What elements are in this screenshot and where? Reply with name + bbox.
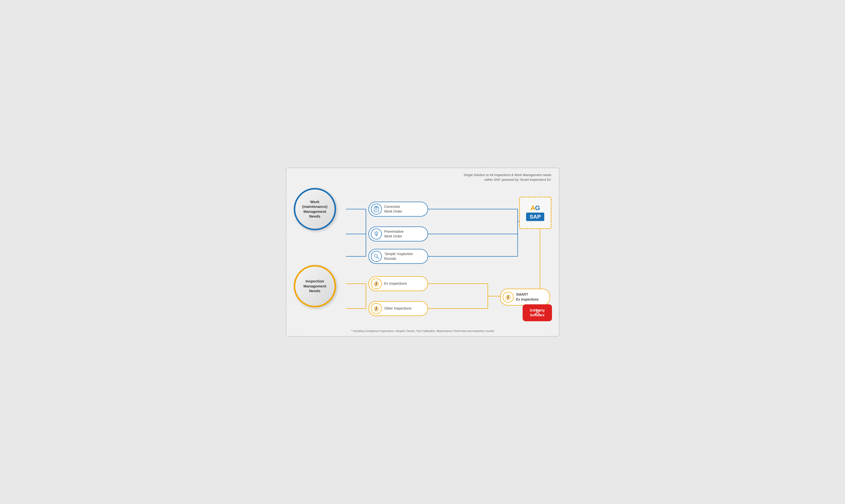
inspection-management-circle: Inspection Management Needs <box>294 265 336 307</box>
smart-ex-pill: SMART Ex Inspections <box>500 289 550 306</box>
preventative-work-order-pill: Preventative Work Order <box>368 227 428 241</box>
magnify-icon <box>371 251 382 262</box>
target-icon-2 <box>371 303 382 314</box>
ex-inspections-pill: Ex Inspections <box>368 276 428 291</box>
sap-logo: SAP <box>526 213 544 221</box>
simple-inspection-pill: 'Simple' Inspection Rounds <box>368 249 428 264</box>
third-party-software: ✕ 3rd Party Software <box>523 304 552 321</box>
document-icon <box>371 204 382 215</box>
diagram-container: Single Solution to All Inspections & Wor… <box>286 167 560 337</box>
work-management-circle: Work (maintenance) Management Needs <box>294 188 336 230</box>
top-description: Single Solution to All Inspections & Wor… <box>464 173 551 182</box>
svg-line-34 <box>377 257 379 258</box>
svg-line-32 <box>378 232 378 232</box>
svg-point-33 <box>374 254 377 257</box>
corrective-work-order-pill: Corrective Work Order <box>368 202 428 217</box>
sap-logo-box: AG SAP <box>519 197 551 229</box>
target-icon-1 <box>371 278 382 289</box>
lightbulb-icon <box>371 229 382 239</box>
target-icon-smart <box>503 292 514 303</box>
bottom-footnote: * Including Compliance Inspections, Inte… <box>351 329 494 332</box>
ag-logo: AG <box>531 205 540 211</box>
svg-point-29 <box>376 233 377 234</box>
other-inspections-pill: Other Inspections <box>368 301 428 316</box>
